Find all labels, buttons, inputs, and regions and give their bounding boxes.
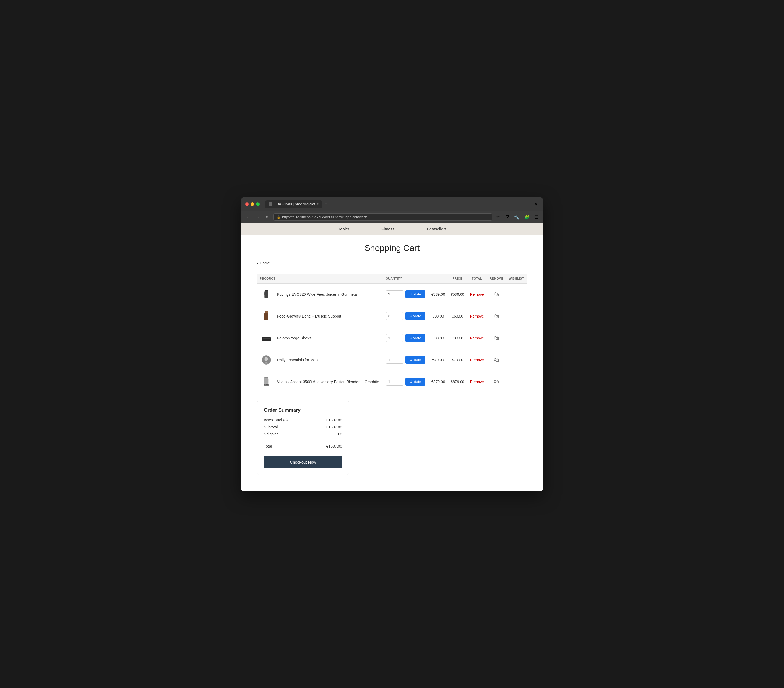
table-row: Vitamix Ascent 3500i Anniversary Edition… (257, 371, 527, 393)
remove-cell-2: Remove (467, 305, 487, 327)
svg-rect-1 (264, 291, 268, 298)
remove-button-1[interactable]: Remove (470, 292, 484, 296)
nav-item-fitness[interactable]: Fitness (382, 227, 394, 231)
product-image-5 (260, 375, 273, 388)
traffic-light-yellow[interactable] (250, 202, 254, 206)
remove-button-5[interactable]: Remove (470, 380, 484, 384)
forward-button[interactable]: → (254, 214, 262, 220)
chevron-down-icon[interactable]: ∨ (534, 201, 539, 208)
svg-rect-0 (265, 290, 268, 291)
wishlist-icon-4[interactable]: 🛍 (494, 357, 499, 363)
update-button-5[interactable]: Update (405, 378, 425, 385)
svg-rect-14 (266, 384, 267, 385)
navigation-bar: Health Fitness Bestsellers (241, 223, 543, 235)
product-cell-5: Vitamix Ascent 3500i Anniversary Edition… (257, 371, 383, 393)
total-label: Total (264, 444, 272, 448)
address-bar[interactable]: 🔒 https://elite-fitness-f6b7c0ead930.her… (273, 213, 492, 221)
cart-table-body: Kuvings EVO820 Wide Feed Juicer in Gunme… (257, 283, 527, 393)
product-image-2 (260, 310, 273, 323)
svg-rect-2 (264, 293, 265, 295)
update-button-3[interactable]: Update (405, 334, 425, 342)
product-cell-2: Food-Grown® Bone + Muscle Support (257, 305, 383, 327)
quantity-cell-5: Update (383, 371, 429, 393)
main-content: Shopping Cart ‹ Home PRODUCT QUANTITY PR… (241, 235, 543, 491)
table-row: Kuvings EVO820 Wide Feed Juicer in Gunme… (257, 283, 527, 305)
quantity-input-2[interactable] (386, 312, 404, 320)
remove-button-4[interactable]: Remove (470, 358, 484, 362)
browser-window: Elite Fitness | Shopping cart × + ∨ ← → … (241, 197, 543, 491)
summary-shipping-row: Shipping €0 (264, 432, 342, 436)
update-button-4[interactable]: Update (405, 356, 425, 364)
tab-close-button[interactable]: × (317, 202, 319, 206)
browser-toolbar: ← → ↺ 🔒 https://elite-fitness-f6b7c0ead9… (241, 211, 543, 223)
svg-rect-13 (264, 384, 265, 385)
quantity-cell-3: Update (383, 327, 429, 349)
price-cell-1: €539.00 (429, 283, 448, 305)
update-button-1[interactable]: Update (405, 290, 425, 298)
total-cell-2: €60.00 (448, 305, 467, 327)
wishlist-icon-1[interactable]: 🛍 (494, 291, 499, 297)
breadcrumb: ‹ Home (257, 261, 527, 265)
tab-area: Elite Fitness | Shopping cart × + (265, 201, 530, 208)
svg-rect-5 (265, 315, 268, 315)
quantity-input-5[interactable] (386, 378, 404, 385)
page-title: Shopping Cart (257, 243, 527, 253)
col-remove: REMOVE (487, 273, 506, 283)
summary-divider (264, 440, 342, 440)
total-cell-5: €879.00 (448, 371, 467, 393)
traffic-light-red[interactable] (245, 202, 249, 206)
remove-button-3[interactable]: Remove (470, 336, 484, 340)
breadcrumb-arrow: ‹ (257, 261, 259, 265)
col-quantity: QUANTITY (383, 273, 448, 283)
remove-cell-4: Remove (467, 349, 487, 371)
quantity-input-4[interactable] (386, 356, 404, 364)
nav-item-bestsellers[interactable]: Bestsellers (427, 227, 446, 231)
wishlist-icon-3[interactable]: 🛍 (494, 335, 499, 341)
shipping-value: €0 (338, 432, 342, 436)
remove-button-2[interactable]: Remove (470, 314, 484, 318)
svg-rect-4 (264, 313, 268, 320)
remove-cell-5: Remove (467, 371, 487, 393)
product-name-1: Kuvings EVO820 Wide Feed Juicer in Gunme… (277, 292, 358, 296)
product-image-1 (260, 288, 273, 301)
back-button[interactable]: ← (245, 214, 252, 220)
wishlist-icon-5[interactable]: 🛍 (494, 379, 499, 385)
wrench-icon[interactable]: 🔧 (513, 213, 520, 221)
svg-rect-3 (265, 311, 268, 313)
total-value: €1587.00 (326, 444, 342, 448)
price-cell-2: €30.00 (429, 305, 448, 327)
col-product: PRODUCT (257, 273, 383, 283)
bookmark-icon[interactable]: ☆ (495, 213, 501, 221)
table-row: Food-Grown® Bone + Muscle Support Update… (257, 305, 527, 327)
quantity-input-3[interactable] (386, 334, 404, 342)
lock-icon: 🔒 (277, 215, 281, 219)
breadcrumb-home-link[interactable]: Home (260, 261, 270, 265)
svg-rect-6 (265, 316, 268, 316)
order-summary-title: Order Summary (264, 407, 342, 413)
active-tab[interactable]: Elite Fitness | Shopping cart × (265, 201, 323, 208)
checkout-button[interactable]: Checkout Now (264, 456, 342, 468)
tab-add-button[interactable]: + (324, 201, 328, 207)
tab-title: Elite Fitness | Shopping cart (275, 202, 315, 206)
menu-icon[interactable]: ☰ (534, 213, 539, 221)
quantity-input-1[interactable] (386, 290, 404, 298)
traffic-light-green[interactable] (256, 202, 260, 206)
refresh-button[interactable]: ↺ (264, 214, 270, 220)
nav-item-health[interactable]: Health (337, 227, 349, 231)
items-total-label: Items Total (6) (264, 418, 288, 422)
order-summary-box: Order Summary Items Total (6) €1587.00 S… (257, 401, 349, 475)
product-image-4 (260, 354, 273, 366)
total-cell-3: €30.00 (448, 327, 467, 349)
summary-items-total-row: Items Total (6) €1587.00 (264, 418, 342, 422)
col-total: TOTAL (467, 273, 487, 283)
wishlist-cell-1: 🛍 (487, 283, 506, 305)
shipping-label: Shipping (264, 432, 279, 436)
wishlist-icon-2[interactable]: 🛍 (494, 313, 499, 319)
shield-icon[interactable]: 🛡 (504, 213, 510, 221)
extensions-icon[interactable]: 🧩 (523, 213, 531, 221)
col-wishlist: WISHLIST (506, 273, 527, 283)
update-button-2[interactable]: Update (405, 312, 425, 320)
svg-rect-11 (264, 378, 269, 384)
summary-subtotal-row: Subtotal €1587.00 (264, 425, 342, 429)
quantity-cell-4: Update (383, 349, 429, 371)
